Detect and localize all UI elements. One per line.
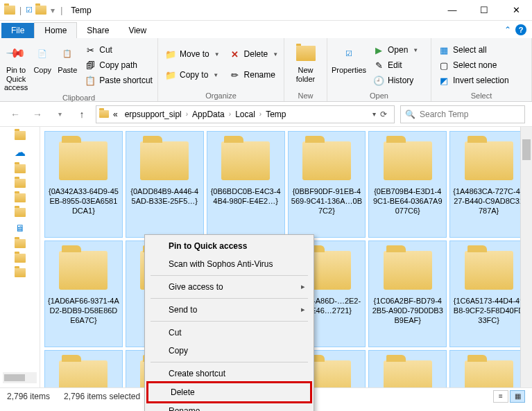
tree-item-icon[interactable] [15,254,26,263]
folder-item[interactable]: {0ADD84B9-A446-45AD-B33E-25F5…} [126,131,204,238]
copy-to-button[interactable]: 📁Copy to▼ [162,68,223,82]
separator [151,321,308,322]
select-all-icon: ▦ [438,44,449,55]
properties-label: Properties [332,66,366,75]
ctx-give-access[interactable]: Give access to▸ [146,278,312,296]
invert-selection-button[interactable]: ◩Invert selection [436,73,512,87]
search-input[interactable]: 🔍 Search Temp [400,105,525,123]
pin-label: Pin to Quick access [4,66,28,92]
properties-button[interactable]: ☑ Properties [332,40,366,75]
vertical-scrollbar[interactable] [520,127,532,387]
new-folder-button[interactable]: New folder [289,40,323,83]
chevron-right-icon[interactable]: › [259,110,261,118]
ctx-cut[interactable]: Cut [146,324,312,342]
tree-item-icon[interactable] [15,193,26,202]
edit-button[interactable]: ✎Edit [370,58,421,72]
help-icon[interactable]: ? [515,24,526,35]
back-button[interactable]: ← [7,106,24,123]
new-folder-label: New folder [289,66,323,83]
onedrive-icon[interactable]: ☁ [15,146,26,159]
paste-button[interactable]: 📋 Paste [57,40,78,75]
tree-item-icon[interactable] [15,239,26,248]
breadcrumb-item[interactable]: Local [232,108,258,121]
folder-item[interactable]: {0B6BDC0B-E4C3-44B4-980F-E4E2…} [207,131,285,238]
new-folder-icon [295,43,316,64]
close-button[interactable]: ✕ [500,0,532,21]
up-button[interactable]: ↑ [74,106,90,123]
scroll-thumb[interactable] [522,139,531,160]
delete-button[interactable]: ✕Delete▼ [227,47,282,61]
copy-icon: 📄 [32,43,53,64]
collapse-ribbon-icon[interactable]: ⌃ [504,25,511,35]
item-count: 2,796 items [7,392,50,401]
tab-home[interactable]: Home [34,22,77,38]
pin-quick-access-button[interactable]: 📌 Pin to Quick access [4,40,28,92]
nav-tree[interactable]: ☁ 🖥 [0,127,40,387]
folder-item[interactable]: {1C6A5173-44D4-49B8-9CF2-5F8D40FD33FC} [449,241,528,347]
folder-item[interactable]: {0BBF90DF-91EB-4569-9C41-136A…0B7C2} [288,131,366,238]
folder-icon [140,141,189,180]
tab-share[interactable]: Share [77,23,119,38]
breadcrumb-item[interactable]: AppData [189,108,228,121]
folder-item[interactable] [44,350,123,387]
context-menu: Pin to Quick access Scan with Sophos Ant… [144,234,314,411]
group-label: New [289,90,323,101]
ctx-scan-virus[interactable]: Scan with Sophos Anti-Virus [146,255,312,273]
open-button[interactable]: ▶Open▼ [370,43,421,57]
move-to-button[interactable]: 📁Move to▼ [162,47,223,61]
paste-icon: 📋 [57,43,78,64]
folder-item[interactable]: {1C06A2BF-BD79-42B5-A90D-79D0DB3B9EAF} [368,241,447,347]
maximize-button[interactable]: ☐ [468,0,500,21]
tab-file[interactable]: File [1,23,34,38]
history-button[interactable]: 🕘History [370,73,421,87]
separator [151,362,308,362]
monitor-icon[interactable]: 🖥 [15,222,25,234]
rename-button[interactable]: ✏Rename [227,68,282,82]
breadcrumb-item[interactable]: Temp [263,108,289,121]
minimize-button[interactable]: — [436,0,468,21]
folder-item[interactable] [368,350,447,387]
tab-view[interactable]: View [119,23,156,38]
paste-label: Paste [58,66,77,75]
refresh-icon[interactable]: ⟳ [380,110,387,119]
chevron-right-icon[interactable]: › [229,110,231,118]
breadcrumb-item[interactable]: erpsupport_sipl [122,108,185,121]
details-view-button[interactable]: ≡ [493,390,508,403]
breadcrumb[interactable]: « erpsupport_sipl› AppData› Local› Temp … [96,105,395,123]
ctx-send-to[interactable]: Send to▸ [146,301,312,319]
folder-item[interactable]: {0A342A33-64D9-45EB-8955-03EA6581DCA1} [44,131,123,238]
tree-item-icon[interactable] [15,164,26,173]
select-all-button[interactable]: ▦Select all [436,43,512,57]
folder-item[interactable] [449,350,528,387]
recent-button[interactable]: ▾ [51,106,68,123]
scissors-icon: ✂ [85,44,96,55]
paste-shortcut-button[interactable]: 📋Paste shortcut [82,73,155,87]
horizontal-scrollbar[interactable] [3,372,37,383]
copy-button[interactable]: 📄 Copy [32,40,53,75]
tree-item-icon[interactable] [15,208,26,217]
ctx-rename[interactable]: Rename [146,402,312,411]
icons-view-button[interactable]: ▦ [510,390,525,403]
cut-button[interactable]: ✂Cut [82,43,155,57]
edit-icon: ✎ [373,60,384,71]
folder-icon [302,141,351,180]
folder-item[interactable]: {1AD6AF66-9371-4AD2-BDB9-D58E86DE6A7C} [44,241,123,347]
chevron-down-icon: ▼ [213,72,218,78]
dropdown-icon[interactable]: ▾ [51,6,55,15]
copy-path-button[interactable]: 🗐Copy path [82,58,155,72]
folder-item[interactable]: {0EB709B4-E3D1-49C1-BE64-036A7A9077C6} [368,131,447,238]
folder-item[interactable]: {1A4863CA-727C-4427-B440-C9AD8C32787A} [449,131,528,238]
chevron-right-icon[interactable]: › [186,110,188,118]
select-none-button[interactable]: ▢Select none [436,58,512,72]
ctx-delete[interactable]: Delete [148,383,310,401]
ctx-create-shortcut[interactable]: Create shortcut [146,365,312,383]
breadcrumb-prefix[interactable]: « [110,108,121,121]
tree-item-icon[interactable] [15,179,26,188]
ctx-pin-quick-access[interactable]: Pin to Quick access [146,237,312,255]
dropdown-icon[interactable]: ▾ [372,110,376,118]
folder-icon [465,251,513,290]
tree-item-icon[interactable] [15,131,26,140]
ctx-copy[interactable]: Copy [146,342,312,360]
forward-button[interactable]: → [29,106,46,123]
tree-item-icon[interactable] [15,268,26,277]
